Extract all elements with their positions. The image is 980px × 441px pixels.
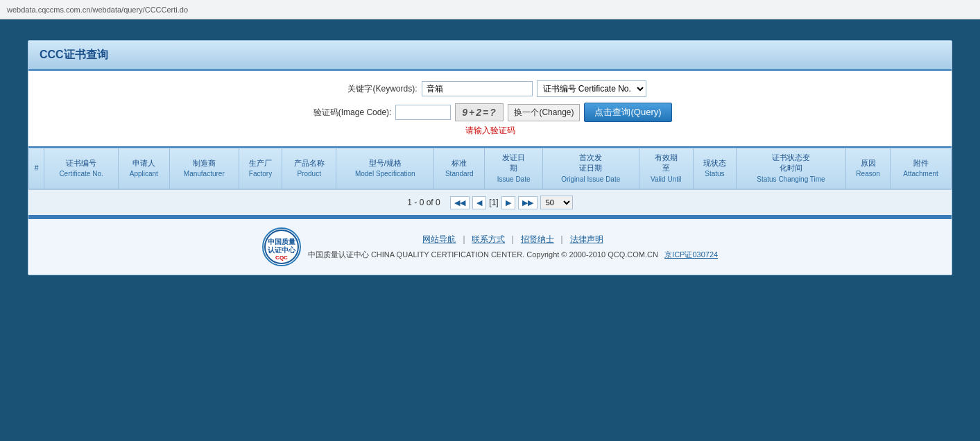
col-model: 型号/规格Model Specification (336, 148, 434, 189)
footer-link-contact[interactable]: 联系方式 (472, 234, 505, 244)
col-attachment: 附件Attachment (891, 148, 952, 189)
icp-link[interactable]: 京ICP证030724 (664, 250, 718, 259)
captcha-image: 9+2=? (455, 103, 504, 121)
svg-text:认证中心: 认证中心 (268, 246, 296, 254)
footer-link-recruit[interactable]: 招贤纳士 (521, 234, 554, 244)
col-valid-until: 有效期至Valid Until (639, 148, 693, 189)
next-page-button[interactable]: ▶ (501, 196, 515, 209)
browser-bar: webdata.cqccms.com.cn/webdata/query/CCCC… (0, 0, 980, 19)
search-area: 关键字(Keywords): 证书编号 Certificate No. 产品名称… (28, 71, 952, 146)
footer-copyright: 中国质量认证中心 CHINA QUALITY CERTIFICATION CEN… (308, 250, 718, 260)
prev-page-button[interactable]: ◀ (472, 196, 486, 209)
results-table: # 证书编号Certificate No. 申请人Applicant 制造商Ma… (28, 148, 952, 189)
col-standard: 标准Standard (434, 148, 485, 189)
change-captcha-button[interactable]: 换一个(Change) (508, 104, 580, 121)
col-num: # (29, 148, 44, 189)
col-manufacturer: 制造商Manufacturer (169, 148, 239, 189)
captcha-error: 请输入验证码 (42, 125, 938, 137)
page-title: CCC证书查询 (28, 41, 952, 71)
footer-link-guide[interactable]: 网站导航 (422, 234, 456, 244)
col-product: 产品名称Product (282, 148, 336, 189)
footer-text-block: 网站导航 ｜ 联系方式 ｜ 招贤纳士 ｜ 法律声明 中国质量认证中心 CHINA… (308, 234, 718, 260)
pagination-info: 1 - 0 of 0 (407, 198, 440, 207)
captcha-input[interactable] (395, 105, 451, 120)
first-page-button[interactable]: ◀◀ (450, 196, 470, 209)
current-page: [1] (489, 198, 498, 207)
col-cert-no: 证书编号Certificate No. (44, 148, 119, 189)
cert-type-select[interactable]: 证书编号 Certificate No. 产品名称 Product 申请人 Ap… (537, 80, 646, 97)
captcha-label: 验证码(Image Code): (308, 107, 391, 119)
col-applicant: 申请人Applicant (118, 148, 169, 189)
col-factory: 生产厂Factory (239, 148, 282, 189)
col-issue-date: 发证日期Issue Date (485, 148, 543, 189)
main-container: CCC证书查询 关键字(Keywords): 证书编号 Certificate … (28, 40, 952, 275)
keywords-input[interactable] (422, 81, 533, 96)
per-page-select[interactable]: 50 20 100 (540, 196, 573, 209)
col-reason: 原因Reason (846, 148, 891, 189)
address-bar-text: webdata.cqccms.com.cn/webdata/query/CCCC… (7, 6, 188, 14)
footer-inner: 中国质量 认证中心 CQC 网站导航 ｜ 联系方式 ｜ 招贤纳士 ｜ 法律声明 … (42, 227, 938, 266)
keywords-row: 关键字(Keywords): 证书编号 Certificate No. 产品名称… (42, 80, 938, 97)
col-status: 现状态Status (694, 148, 737, 189)
col-status-change: 证书状态变化时间Status Changing Time (736, 148, 845, 189)
footer: 中国质量 认证中心 CQC 网站导航 ｜ 联系方式 ｜ 招贤纳士 ｜ 法律声明 … (28, 218, 952, 275)
captcha-row: 验证码(Image Code): 9+2=? 换一个(Change) 点击查询(… (42, 103, 938, 122)
footer-links: 网站导航 ｜ 联系方式 ｜ 招贤纳士 ｜ 法律声明 (308, 234, 718, 245)
svg-text:CQC: CQC (275, 254, 288, 261)
query-button[interactable]: 点击查询(Query) (584, 103, 671, 122)
last-page-button[interactable]: ▶▶ (518, 196, 538, 209)
table-container: # 证书编号Certificate No. 申请人Applicant 制造商Ma… (28, 146, 952, 189)
footer-link-legal[interactable]: 法律声明 (570, 234, 603, 244)
svg-text:中国质量: 中国质量 (268, 238, 295, 245)
pagination-bar: 1 - 0 of 0 ◀◀ ◀ [1] ▶ ▶▶ 50 20 100 (28, 189, 952, 215)
keywords-label: 关键字(Keywords): (334, 83, 418, 95)
col-original-issue: 首次发证日期Original Issue Date (542, 148, 639, 189)
cqc-logo: 中国质量 认证中心 CQC (262, 227, 301, 266)
table-header-row: # 证书编号Certificate No. 申请人Applicant 制造商Ma… (29, 148, 952, 189)
